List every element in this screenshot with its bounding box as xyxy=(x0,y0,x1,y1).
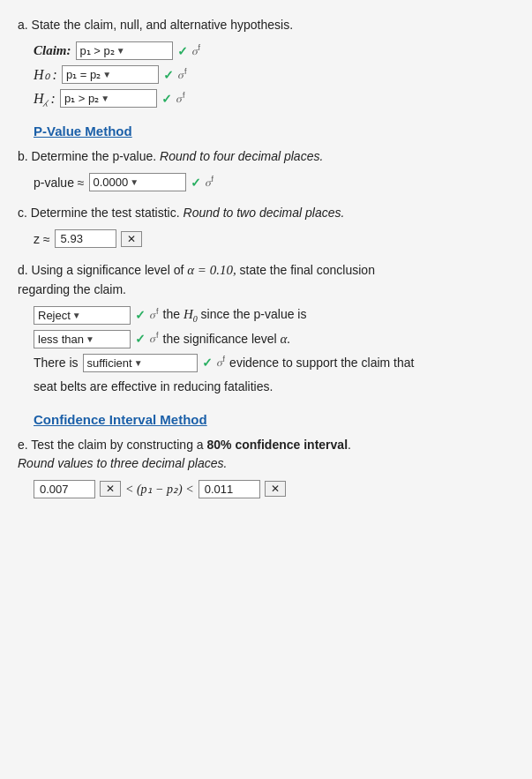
ci-right-value: 0.011 xyxy=(205,483,234,496)
zstat-prefix: z ≈ xyxy=(34,232,50,246)
part-b-label: b. Determine the p-value. Round to four … xyxy=(18,147,514,166)
ci-right-clear-button[interactable]: ✕ xyxy=(265,481,286,497)
claim-check-icon: ✓ xyxy=(177,44,188,58)
sufficient-chevron-icon: ▼ xyxy=(134,358,143,368)
reject-edit-icon[interactable]: 𝜎f xyxy=(150,307,159,322)
part-d: d. Using a significance level of α = 0.1… xyxy=(18,260,514,396)
ha-check-icon: ✓ xyxy=(161,92,172,106)
claim-value: p₁ > p₂ xyxy=(80,44,115,57)
reject-check-icon: ✓ xyxy=(135,308,146,322)
h0-edit-icon[interactable]: 𝜎f xyxy=(178,67,187,82)
pvalue-edit-icon[interactable]: 𝜎f xyxy=(206,175,214,190)
part-a: a. State the claim, null, and alternativ… xyxy=(18,16,514,108)
zstat-input[interactable]: 5.93 xyxy=(55,229,116,248)
zstat-clear-button[interactable]: ✕ xyxy=(121,231,142,247)
lessthan-row: less than ▼ ✓ 𝜎f the significance level … xyxy=(34,330,514,348)
pvalue-chevron-icon: ▼ xyxy=(130,177,139,187)
thereis-text: There is xyxy=(34,356,79,370)
h0-chevron-icon: ▼ xyxy=(102,70,111,79)
ha-value: p₁ > p₂ xyxy=(64,92,99,105)
ci-middle-expr: < (p₁ − p₂) < xyxy=(125,482,194,497)
ci-left-clear-button[interactable]: ✕ xyxy=(100,481,121,497)
part-e-italic: Round values to three decimal places. xyxy=(18,456,227,470)
lessthan-text: the significance level α. xyxy=(163,332,291,347)
pvalue-value: 0.0000 xyxy=(94,176,129,189)
reject-dropdown[interactable]: Reject ▼ xyxy=(34,306,131,325)
lessthan-check-icon: ✓ xyxy=(135,332,146,346)
claim-chevron-icon: ▼ xyxy=(116,46,125,56)
zstat-value: 5.93 xyxy=(61,232,83,245)
ci-header: Confidence Interval Method xyxy=(34,412,514,427)
sufficient-check-icon: ✓ xyxy=(202,356,213,370)
part-a-text: a. State the claim, null, and alternativ… xyxy=(18,18,293,32)
ha-chevron-icon: ▼ xyxy=(101,94,109,103)
h0-row: H₀ : p₁ = p₂ ▼ ✓ 𝜎f xyxy=(34,65,514,84)
part-e-label: e. Test the claim by constructing a 80% … xyxy=(18,436,514,473)
claim-row: Claim: p₁ > p₂ ▼ ✓ 𝜎f xyxy=(34,41,514,60)
zstat-row: z ≈ 5.93 ✕ xyxy=(34,229,514,248)
claim-edit-icon[interactable]: 𝜎f xyxy=(192,43,201,58)
reject-value: Reject xyxy=(38,309,71,322)
ci-row: 0.007 ✕ < (p₁ − p₂) < 0.011 ✕ xyxy=(34,480,514,498)
claim-label: Claim: xyxy=(34,43,71,58)
part-c-label: c. Determine the test statistic. Round t… xyxy=(18,204,514,222)
lessthan-value: less than xyxy=(38,333,84,346)
h0-symbol: H₀ : xyxy=(34,66,57,83)
lessthan-edit-icon[interactable]: 𝜎f xyxy=(150,331,159,346)
part-e: e. Test the claim by constructing a 80% … xyxy=(18,436,514,498)
part-c: c. Determine the test statistic. Round t… xyxy=(18,204,514,248)
thereis-row: There is sufficient ▼ ✓ 𝜎f evidence to s… xyxy=(34,354,514,372)
reject-text1: the H0 since the p-value is xyxy=(163,307,307,324)
part-d-label: d. Using a significance level of α = 0.1… xyxy=(18,260,514,299)
ha-symbol: H⁁ : xyxy=(34,90,56,107)
part-b-text: b. Determine the p-value. xyxy=(18,149,160,163)
ci-section: Confidence Interval Method e. Test the c… xyxy=(18,412,514,498)
claim-dropdown[interactable]: p₁ > p₂ ▼ xyxy=(76,41,173,60)
h0-dropdown[interactable]: p₁ = p₂ ▼ xyxy=(62,65,159,84)
conclusion-text: seat belts are effective in reducing fat… xyxy=(34,378,514,396)
sufficient-text: evidence to support the claim that xyxy=(229,356,414,370)
pvalue-prefix: p-value ≈ xyxy=(34,176,85,190)
ha-dropdown[interactable]: p₁ > p₂ ▼ xyxy=(60,89,157,108)
pvalue-dropdown[interactable]: 0.0000 ▼ xyxy=(89,173,186,191)
lessthan-dropdown[interactable]: less than ▼ xyxy=(34,330,131,348)
ci-left-value: 0.007 xyxy=(40,483,69,496)
pvalue-check-icon: ✓ xyxy=(191,176,201,190)
reject-chevron-icon: ▼ xyxy=(72,311,81,320)
pvalue-row: p-value ≈ 0.0000 ▼ ✓ 𝜎f xyxy=(34,173,514,191)
part-b-italic: Round to four decimal places. xyxy=(160,149,323,163)
h0-value: p₁ = p₂ xyxy=(66,68,101,81)
sufficient-dropdown[interactable]: sufficient ▼ xyxy=(83,354,198,372)
part-b: b. Determine the p-value. Round to four … xyxy=(18,147,514,191)
part-c-text: c. Determine the test statistic. xyxy=(18,206,184,220)
ci-bold: 80% confidence interval xyxy=(207,438,348,452)
ci-right-input[interactable]: 0.011 xyxy=(199,480,260,498)
sufficient-value: sufficient xyxy=(87,356,132,370)
ha-row: H⁁ : p₁ > p₂ ▼ ✓ 𝜎f xyxy=(34,89,514,108)
sufficient-edit-icon[interactable]: 𝜎f xyxy=(217,355,226,370)
part-a-label: a. State the claim, null, and alternativ… xyxy=(18,16,514,34)
pvalue-section: P-Value Method b. Determine the p-value.… xyxy=(18,124,514,396)
reject-row: Reject ▼ ✓ 𝜎f the H0 since the p-value i… xyxy=(34,306,514,325)
ha-edit-icon[interactable]: 𝜎f xyxy=(176,91,185,106)
pvalue-header: P-Value Method xyxy=(34,124,514,139)
lessthan-chevron-icon: ▼ xyxy=(86,334,94,344)
ci-left-input[interactable]: 0.007 xyxy=(34,480,95,498)
part-c-italic: Round to two decimal places. xyxy=(184,206,345,220)
h0-check-icon: ✓ xyxy=(163,68,174,82)
